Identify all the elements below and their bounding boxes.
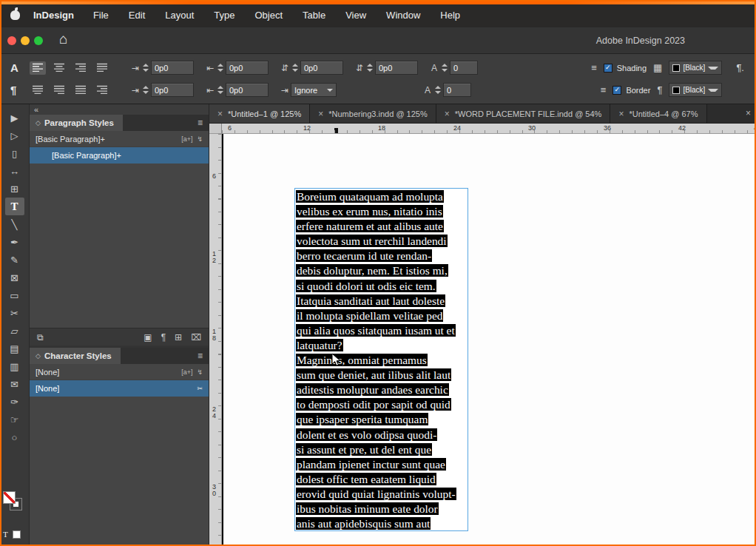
tool-button[interactable]: ✉ [5,375,24,393]
drop-cap-lines-stepper[interactable] [442,64,448,72]
character-formatting-icon[interactable]: A [10,61,30,74]
last-line-indent-stepper[interactable] [217,86,224,94]
panel-flyout-icon[interactable]: ¶. [736,62,744,73]
home-icon[interactable]: ⌂ [59,31,67,47]
close-tab-icon[interactable]: × [746,108,751,118]
tab-paragraph-styles[interactable]: ◇ Paragraph Styles [30,115,123,131]
shading-options-icon[interactable]: ▦ [653,62,662,73]
clear-overrides-icon[interactable]: ✂ [197,385,203,392]
justify-last-center-button[interactable] [30,84,46,97]
new-paragraph-style-icon[interactable]: ¶ [161,332,166,343]
panel-menu-icon[interactable]: ≡ [198,118,203,128]
first-line-indent-field[interactable] [151,83,194,97]
tool-button[interactable]: ○ [5,428,24,446]
border-options-icon[interactable]: ¶ [657,84,662,95]
menu-item[interactable]: Window [386,10,420,21]
menu-item[interactable]: Layout [165,10,194,21]
document-tab[interactable]: × *Untitled–1 @ 125% [209,104,310,123]
align-left-button[interactable] [30,61,46,75]
style-group-icon[interactable]: ▣ [144,332,152,343]
tool-button[interactable]: ✑ [5,393,24,411]
zoom-window-button[interactable] [34,36,43,45]
shading-color-dropdown[interactable]: [Black] [669,61,722,75]
collapse-panels-icon[interactable]: « [34,105,38,114]
menu-item[interactable]: View [345,10,366,21]
tool-button[interactable]: ✂ [5,304,24,322]
formatting-affects-text-icon[interactable]: T [3,530,8,539]
menu-item[interactable]: Object [255,10,283,21]
character-styles-list[interactable] [30,397,209,545]
apply-none-swatch[interactable] [13,530,21,539]
panel-menu-icon[interactable]: ≡ [198,351,203,361]
tab-character-styles[interactable]: ◇ Character Styles [30,348,121,364]
left-indent-field[interactable] [151,61,194,75]
delete-style-icon[interactable]: ⌧ [191,332,201,343]
document-tab[interactable]: × *Numbering3.indd @ 125% [310,104,436,123]
tool-button[interactable]: ⊠ [5,269,24,286]
right-indent-field[interactable] [226,61,269,75]
tool-button[interactable]: ▭ [5,286,24,304]
close-tab-icon[interactable]: × [318,109,323,119]
paragraph-style-row[interactable]: [Basic Paragraph]+ [a+] ↯ [30,131,209,147]
menu-item[interactable]: Type [214,10,234,21]
tool-button[interactable]: ⊞ [5,180,24,198]
tool-button[interactable]: ☞ [5,411,24,428]
text-frame[interactable]: Boreium quataquam ad molupta velibus ex … [294,188,468,531]
close-window-button[interactable] [7,36,16,45]
tool-button[interactable]: ▱ [5,322,24,340]
justify-last-left-button[interactable] [94,61,110,75]
tool-button[interactable]: ▤ [5,340,24,357]
last-line-indent-field[interactable] [226,83,269,97]
justify-last-right-button[interactable] [51,84,67,97]
paragraph-styles-list[interactable] [30,164,209,328]
style-options-icon[interactable]: ⧉ [37,332,44,343]
drop-cap-chars-stepper[interactable] [435,86,442,94]
paragraph-formatting-icon[interactable]: ¶ [10,84,30,96]
apple-icon[interactable] [10,10,20,20]
tool-button[interactable]: ▷ [5,127,24,144]
menu-item[interactable]: File [93,10,109,21]
tool-button[interactable]: ▯ [5,144,24,162]
tool-button[interactable]: T [5,198,24,215]
app-name[interactable]: InDesign [33,10,74,21]
tool-button[interactable]: ▶ [5,109,24,127]
paragraph-style-row-selected[interactable]: [Basic Paragraph]+ [30,147,209,164]
tool-button[interactable]: ▥ [5,357,24,375]
space-before-stepper[interactable] [292,64,299,72]
first-line-indent-stepper[interactable] [143,86,149,94]
close-tab-icon[interactable]: × [217,109,223,119]
shading-checkbox[interactable]: ✓ [604,64,612,73]
space-before-field[interactable] [300,61,343,75]
right-indent-stepper[interactable] [217,64,224,72]
border-color-dropdown[interactable]: [Black] [669,83,722,97]
align-right-button[interactable] [72,61,89,75]
canvas[interactable]: Boreium quataquam ad molupta velibus ex … [222,134,756,545]
tool-button[interactable]: ✎ [5,251,24,269]
close-tab-icon[interactable]: × [445,109,450,119]
document-tab[interactable]: × *WORD PLACEMENT FILE.indd @ 54% [436,104,611,123]
create-style-icon[interactable]: ⊞ [175,332,182,343]
border-checkbox[interactable]: ✓ [612,86,621,95]
character-style-row-selected[interactable]: [None] ✂ [30,380,209,397]
tool-button[interactable]: ↔ [5,162,24,180]
bulleted-list-icon[interactable]: ≡ [591,62,597,73]
close-tab-icon[interactable]: × [618,109,624,119]
menu-item[interactable]: Edit [129,10,145,21]
character-style-row[interactable]: [None] [a+] ↯ [30,364,209,380]
ruler-indent-marker[interactable] [334,128,338,133]
tool-button[interactable]: ✒ [5,233,24,251]
fill-color-swatch[interactable] [3,491,16,504]
document-tab[interactable]: × *Untitled–4 @ 67% [610,104,706,123]
left-indent-stepper[interactable] [143,64,149,72]
tool-button[interactable]: ╲ [5,215,24,233]
align-center-button[interactable] [51,61,67,75]
align-toward-spine-button[interactable] [94,84,110,97]
align-to-grid-dropdown[interactable]: Ignore [291,83,337,97]
numbered-list-icon[interactable]: ≡ [601,84,607,95]
drop-cap-chars-field[interactable] [443,83,471,97]
space-after-field[interactable] [375,61,418,75]
minimize-window-button[interactable] [21,36,30,45]
menu-item[interactable]: Table [303,10,325,21]
menu-item[interactable]: Help [440,10,460,21]
space-after-stepper[interactable] [367,64,374,72]
